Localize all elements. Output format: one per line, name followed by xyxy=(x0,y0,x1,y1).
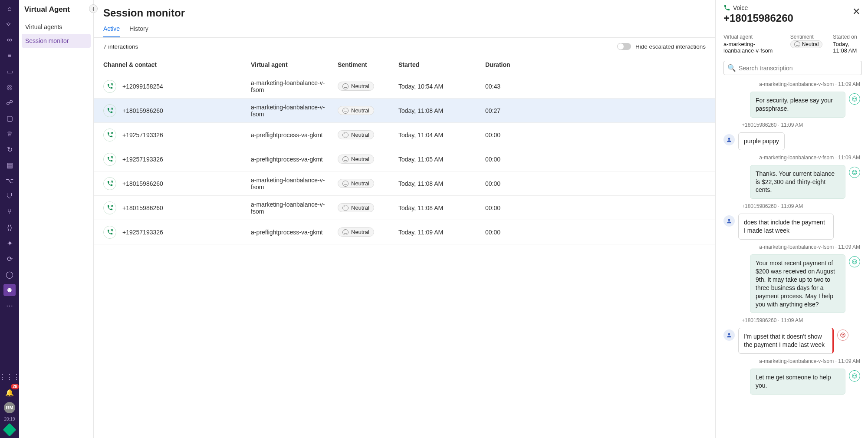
message-row: does that include the payment I made las… xyxy=(723,214,860,240)
svg-point-4 xyxy=(852,170,857,175)
avatar[interactable]: RM xyxy=(4,402,15,413)
clock-readout: 20:19 xyxy=(4,417,15,422)
contact-number: +18015986260 xyxy=(122,204,163,211)
message-bubble: purple puppy xyxy=(738,132,785,150)
agent-name: a-marketing-loanbalance-v-fsom xyxy=(251,79,338,93)
svg-point-7 xyxy=(728,219,730,221)
agent-name: a-preflightprocess-va-gkmt xyxy=(251,156,338,163)
nav-title: Virtual Agent xyxy=(19,3,93,20)
svg-point-1 xyxy=(854,98,854,99)
meta-sentiment-label: Sentiment xyxy=(790,34,823,40)
search-input[interactable] xyxy=(739,65,858,72)
sliders-icon[interactable]: ≡ xyxy=(3,49,16,62)
nav-item-session-monitor[interactable]: Session monitor xyxy=(22,34,91,48)
duration: 00:43 xyxy=(485,83,537,90)
people-icon[interactable]: ☍ xyxy=(3,96,16,109)
sentiment-chip: Neutral xyxy=(338,106,374,115)
table-row[interactable]: +18015986260a-marketing-loanbalance-v-fs… xyxy=(94,171,715,196)
close-panel-button[interactable]: ✕ xyxy=(851,4,862,19)
trophy-icon[interactable]: ♕ xyxy=(3,128,16,140)
svg-point-17 xyxy=(855,375,855,376)
page-title: Session monitor xyxy=(103,7,706,19)
contact-number: +19257193326 xyxy=(122,132,163,138)
settings-icon[interactable]: ✦ xyxy=(3,237,16,249)
duration: 00:00 xyxy=(485,156,537,163)
code-icon[interactable]: ⟨⟩ xyxy=(3,221,16,234)
svg-point-9 xyxy=(854,261,854,261)
user-avatar-icon xyxy=(723,329,735,341)
tabs: Active History xyxy=(94,19,715,38)
detail-phone: +18015986260 xyxy=(723,12,851,24)
phone-icon xyxy=(103,226,116,239)
duration: 00:00 xyxy=(485,229,537,236)
message-meta: +18015986260 · 11:09 AM xyxy=(742,203,860,209)
table-row[interactable]: +19257193326a-preflightprocess-va-gkmtNe… xyxy=(94,147,715,171)
col-started: Started xyxy=(398,61,485,68)
col-sentiment: Sentiment xyxy=(338,61,398,68)
message-row: Thanks. Your current balance is $22,300 … xyxy=(723,165,860,199)
home-icon[interactable]: ⌂ xyxy=(3,3,16,15)
neutral-face-icon xyxy=(342,83,349,89)
sentiment-chip: Neutral xyxy=(338,82,374,91)
negative-sentiment-icon xyxy=(837,329,848,341)
nav-item-virtual-agents[interactable]: Virtual agents xyxy=(19,20,93,34)
link-icon[interactable]: ∞ xyxy=(3,34,16,46)
interactions-table: Channel & contact Virtual agent Sentimen… xyxy=(94,55,715,244)
svg-point-2 xyxy=(855,98,855,99)
table-row[interactable]: +19257193326a-preflightprocess-va-gkmtNe… xyxy=(94,123,715,147)
transcription-list: a-marketing-loanbalance-v-fsom · 11:09 A… xyxy=(723,81,862,438)
table-row[interactable]: +18015986260a-marketing-loanbalance-v-fs… xyxy=(94,196,715,220)
shield-icon[interactable]: ⛉ xyxy=(3,190,16,202)
flow-icon[interactable]: ⌥ xyxy=(3,175,16,187)
user-avatar-icon xyxy=(723,134,735,145)
message-bubble: Let me get someone to help you. xyxy=(750,369,845,395)
search-transcription[interactable]: 🔍 xyxy=(723,61,862,75)
started-time: Today, 10:54 AM xyxy=(398,83,485,90)
contact-number: +18015986260 xyxy=(122,107,163,114)
more-icon[interactable]: ⋯ xyxy=(3,300,16,312)
sentiment-chip: Neutral xyxy=(338,179,374,188)
tab-active[interactable]: Active xyxy=(103,25,120,37)
phone-icon xyxy=(103,153,116,166)
neutral-face-icon xyxy=(342,181,349,187)
id-icon[interactable]: ▭ xyxy=(3,65,16,77)
notifications-icon[interactable]: 🔔28 xyxy=(3,386,16,398)
table-row[interactable]: +12099158254a-marketing-loanbalance-v-fs… xyxy=(94,74,715,99)
chat-alt-icon[interactable]: ▢ xyxy=(3,112,16,124)
branch-icon[interactable]: ⑂ xyxy=(3,206,16,218)
book-icon[interactable]: ▤ xyxy=(3,159,16,171)
agent-name: a-marketing-loanbalance-v-fsom xyxy=(251,201,338,215)
message-bubble: I'm upset that it doesn't show the payme… xyxy=(738,328,834,354)
agent-name: a-preflightprocess-va-gkmt xyxy=(251,132,338,138)
svg-point-16 xyxy=(854,375,854,376)
runner-icon[interactable]: ᯤ xyxy=(3,18,16,30)
svg-point-0 xyxy=(852,97,857,102)
loop-icon[interactable]: ↻ xyxy=(3,143,16,155)
duration: 00:00 xyxy=(485,180,537,187)
hide-escalated-toggle[interactable] xyxy=(617,43,631,50)
message-meta: a-marketing-loanbalance-v-fsom · 11:09 A… xyxy=(723,244,860,250)
neutral-face-icon xyxy=(342,156,349,162)
refresh-icon[interactable]: ⟳ xyxy=(3,253,16,265)
detail-panel: Voice +18015986260 ✕ Virtual agent a-mar… xyxy=(715,0,868,438)
target-icon[interactable]: ◎ xyxy=(3,81,16,93)
tab-history[interactable]: History xyxy=(129,25,148,37)
agent-sentiment-icon xyxy=(849,167,860,178)
svg-point-14 xyxy=(843,335,844,335)
started-time: Today, 11:08 AM xyxy=(398,180,485,187)
status-diamond-icon[interactable] xyxy=(3,423,16,436)
started-time: Today, 11:08 AM xyxy=(398,204,485,211)
contact-number: +12099158254 xyxy=(122,83,163,90)
message-meta: a-marketing-loanbalance-v-fsom · 11:09 A… xyxy=(723,81,860,87)
collapse-nav-button[interactable]: ⦉ xyxy=(89,4,98,13)
started-time: Today, 11:08 AM xyxy=(398,107,485,114)
agent-icon[interactable]: ☻ xyxy=(3,284,16,296)
svg-point-10 xyxy=(855,261,855,261)
table-row[interactable]: +19257193326a-preflightprocess-va-gkmtNe… xyxy=(94,220,715,244)
table-row[interactable]: +18015986260a-marketing-loanbalance-v-fs… xyxy=(94,99,715,123)
apps-icon[interactable]: ⋮⋮⋮ xyxy=(3,371,16,383)
neutral-face-icon xyxy=(342,205,349,211)
sentiment-chip: Neutral xyxy=(338,155,374,164)
message-icon[interactable]: ◯ xyxy=(3,268,16,280)
svg-point-11 xyxy=(728,333,730,336)
